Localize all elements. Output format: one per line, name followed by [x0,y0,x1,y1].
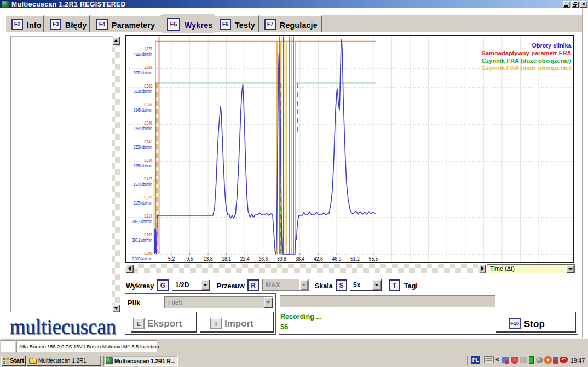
svg-text:0,107: 0,107 [145,232,152,237]
svg-text:13,8: 13,8 [204,255,213,262]
svg-text:393,2 obr/min: 393,2 obr/min [132,237,152,243]
svg-text:3932 obr/min: 3932 obr/min [134,70,152,75]
svg-text:46,9: 46,9 [332,255,342,262]
svg-text:1,068: 1,068 [145,65,152,70]
svg-text:0,427: 0,427 [145,176,152,182]
svg-text:18,1: 18,1 [222,255,231,262]
svg-text:0,534: 0,534 [145,158,152,163]
svg-text:1,175: 1,175 [145,46,152,51]
svg-text:2359 obr/min: 2359 obr/min [134,144,152,150]
svg-text:Obroty silnika: Obroty silnika [532,42,572,49]
svg-text:Czynnik FRA (małe obciążenie): Czynnik FRA (małe obciążenie) [482,65,572,71]
svg-text:Samoadaptywny parametr FRA: Samoadaptywny parametr FRA [482,50,572,56]
svg-text:3145 obr/min: 3145 obr/min [134,107,152,113]
svg-text:0,748: 0,748 [145,120,152,126]
svg-text:0,321: 0,321 [145,195,152,200]
svg-text:0,214: 0,214 [145,213,152,219]
svg-text:1179 obr/min: 1179 obr/min [134,200,152,206]
svg-text:4325 obr/min: 4325 obr/min [134,51,152,57]
svg-text:786,3 obr/min: 786,3 obr/min [132,219,152,224]
svg-text:0,000 obr/min: 0,000 obr/min [132,256,152,261]
svg-text:30,8: 30,8 [277,255,286,262]
svg-text:2752 obr/min: 2752 obr/min [134,126,152,131]
svg-text:42,6: 42,6 [314,255,323,262]
svg-text:3538 obr/min: 3538 obr/min [134,89,152,94]
svg-text:0,641: 0,641 [145,139,152,144]
svg-text:38,4: 38,4 [295,255,304,262]
svg-text:0,000: 0,000 [145,251,152,256]
svg-text:9,5: 9,5 [186,255,193,262]
svg-text:22,4: 22,4 [240,255,250,262]
svg-text:1573 obr/min: 1573 obr/min [134,182,152,187]
svg-text:Czynnik FRA (duże obciążenie): Czynnik FRA (duże obciążenie) [482,57,572,64]
svg-text:0,962: 0,962 [145,83,152,89]
svg-text:26,6: 26,6 [258,255,268,262]
svg-text:51,2: 51,2 [350,255,360,262]
svg-text:5,2: 5,2 [168,255,175,262]
svg-text:55,5: 55,5 [369,255,378,262]
svg-text:1966 obr/min: 1966 obr/min [134,163,152,168]
svg-text:0,855: 0,855 [145,102,152,107]
